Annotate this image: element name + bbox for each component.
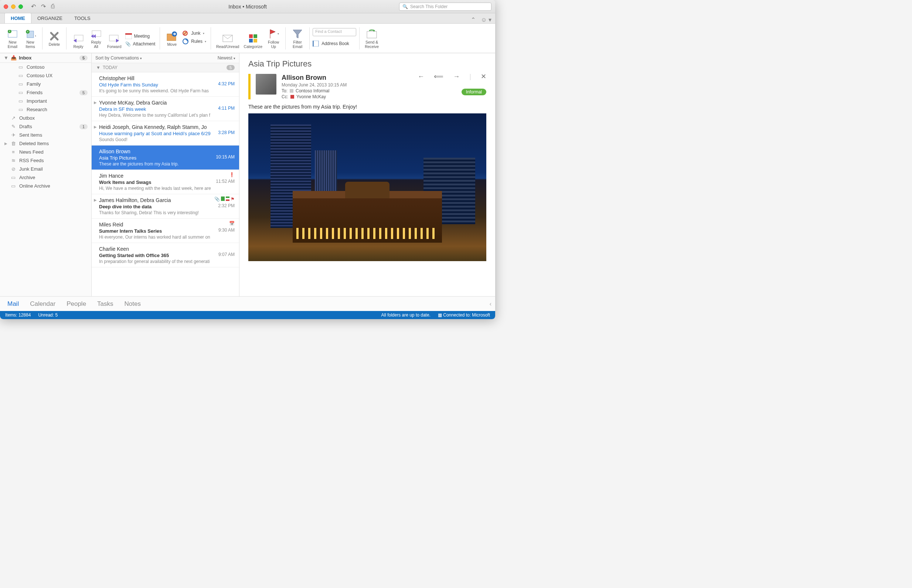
folder-icon: ↗ bbox=[10, 115, 16, 121]
sidebar-item[interactable]: ✈Sent Items bbox=[0, 131, 91, 139]
nav-notes[interactable]: Notes bbox=[125, 300, 141, 308]
emoji-icon[interactable]: ☺ ▾ bbox=[481, 16, 492, 23]
categorize-button[interactable]: Categorize bbox=[241, 31, 265, 50]
sidebar-item[interactable]: ▭Family bbox=[0, 80, 91, 88]
status-items: Items: 12884 bbox=[5, 312, 31, 318]
msg-from: Allison Brown bbox=[99, 149, 234, 154]
msg-preview: Thanks for Sharing, Debra! This is very … bbox=[99, 210, 234, 215]
follow-up-button[interactable]: ▾Follow Up bbox=[265, 27, 282, 50]
nav-expand-icon[interactable]: ‹ bbox=[490, 300, 492, 307]
msg-from: Heidi Joseph, Gina Kennedy, Ralph Stamm,… bbox=[99, 124, 234, 130]
sidebar-item[interactable]: ▭Contoso UX bbox=[0, 71, 91, 80]
ribbon-collapse-icon[interactable]: ⌃ bbox=[471, 16, 475, 23]
expand-icon[interactable]: ▶ bbox=[94, 198, 97, 202]
sort-order-button[interactable]: Newest ▾ bbox=[218, 55, 235, 61]
reader-date: Monday June 24, 2013 10:15 AM bbox=[281, 82, 486, 87]
meeting-button[interactable]: Meeting bbox=[125, 33, 155, 39]
msg-subject: Asia Trip Pictures bbox=[99, 155, 234, 161]
msg-preview: Hi, We have a meeting with the leads las… bbox=[99, 186, 234, 191]
reply-all-button[interactable]: Reply All bbox=[87, 27, 105, 50]
svg-rect-21 bbox=[249, 39, 253, 42]
junk-button[interactable]: Junk▾ bbox=[182, 30, 206, 36]
tab-home[interactable]: HOME bbox=[5, 13, 31, 23]
message-item[interactable]: Charlie Keen Getting Started with Office… bbox=[92, 243, 239, 267]
msg-preview: In preparation for general availability … bbox=[99, 259, 234, 264]
folder-icon: ▭ bbox=[18, 81, 24, 87]
nav-tasks[interactable]: Tasks bbox=[97, 300, 113, 308]
group-today[interactable]: ▼ TODAY 5 bbox=[92, 63, 239, 73]
sidebar-item[interactable]: ≡News Feed bbox=[0, 148, 91, 156]
folder-icon: ≋ bbox=[10, 158, 16, 163]
message-item[interactable]: Christopher Hill Old Hyde Farm this Sund… bbox=[92, 73, 239, 97]
forward-icon[interactable]: → bbox=[453, 73, 460, 81]
msg-time: 2:32 PM bbox=[218, 203, 234, 208]
sidebar-item[interactable]: ▭Friends5 bbox=[0, 88, 91, 97]
nav-people[interactable]: People bbox=[66, 300, 86, 308]
new-items-button[interactable]: +▾ New Items bbox=[21, 27, 39, 50]
message-item[interactable]: 📅 Miles Reid Summer Intern Talks Series … bbox=[92, 219, 239, 243]
new-email-button[interactable]: + New Email bbox=[4, 27, 21, 50]
address-book-button[interactable]: Address Book bbox=[313, 40, 356, 47]
message-item[interactable]: ▶ 📎⚑ James Halmilton, Debra Garcia Deep … bbox=[92, 194, 239, 219]
msg-preview: Hi everyone, Our interns has worked hard… bbox=[99, 234, 234, 240]
delete-button[interactable]: Delete bbox=[45, 29, 63, 48]
send-receive-button[interactable]: Send & Receive bbox=[362, 27, 381, 50]
sidebar-item[interactable]: ▶🗑Deleted Items bbox=[0, 139, 91, 148]
sidebar-item[interactable]: ▭Online Archive bbox=[0, 182, 91, 190]
sidebar-item[interactable]: ▭Research bbox=[0, 105, 91, 114]
nav-calendar[interactable]: Calendar bbox=[30, 300, 55, 308]
reader-to: Contoso Informal bbox=[296, 88, 329, 94]
sidebar-item[interactable]: ⊘Junk Email bbox=[0, 165, 91, 173]
sidebar-item[interactable]: ▭Contoso bbox=[0, 63, 91, 71]
folder-icon: ✈ bbox=[10, 132, 16, 138]
msg-from: Yvonne McKay, Debra Garcia bbox=[99, 100, 234, 106]
reply-all-icon[interactable]: ⟸ bbox=[434, 73, 443, 81]
folder-sidebar: ▼ 📥 Inbox 5 ▭Contoso▭Contoso UX▭Family▭F… bbox=[0, 53, 92, 296]
ribbon-tabs: HOME ORGANIZE TOOLS ⌃ ☺ ▾ bbox=[0, 13, 495, 24]
ribbon: + New Email +▾ New Items Delete Reply Re… bbox=[0, 24, 495, 53]
message-item[interactable]: ▶ Heidi Joseph, Gina Kennedy, Ralph Stam… bbox=[92, 121, 239, 145]
move-button[interactable]: Move bbox=[163, 29, 181, 48]
forward-button[interactable]: Forward bbox=[105, 31, 124, 50]
sidebar-item[interactable]: ▭Important bbox=[0, 97, 91, 105]
msg-from: Miles Reid bbox=[99, 221, 234, 228]
rules-button[interactable]: Rules▾ bbox=[182, 39, 206, 44]
flag-icon: ⚑ bbox=[231, 197, 234, 202]
reading-pane: Asia Trip Pictures Allison Brown Monday … bbox=[239, 53, 495, 296]
sidebar-item[interactable]: ≋RSS Feeds bbox=[0, 156, 91, 165]
svg-rect-19 bbox=[249, 34, 253, 38]
sidebar-inbox[interactable]: ▼ 📥 Inbox 5 bbox=[0, 53, 91, 63]
tab-tools[interactable]: TOOLS bbox=[68, 13, 97, 23]
filter-email-button[interactable]: Filter Email bbox=[289, 27, 306, 50]
message-item[interactable]: ❗ Jim Hance Work Items and Swags Hi, We … bbox=[92, 170, 239, 194]
attachment-button[interactable]: 📎Attachment bbox=[125, 41, 155, 47]
msg-time: 4:11 PM bbox=[218, 106, 234, 111]
message-item[interactable]: ▶ Yvonne McKay, Debra Garcia Debra in SF… bbox=[92, 97, 239, 121]
find-contact-input[interactable]: Find a Contact bbox=[313, 28, 356, 36]
msg-time: 11:52 AM bbox=[216, 179, 234, 184]
tab-organize[interactable]: ORGANIZE bbox=[31, 13, 68, 23]
delete-icon[interactable]: ✕ bbox=[481, 73, 486, 81]
reply-button[interactable]: Reply bbox=[70, 31, 87, 50]
folder-icon: ⊘ bbox=[10, 166, 16, 172]
msg-subject: Getting Started with Office 365 bbox=[99, 253, 234, 258]
message-item[interactable]: Allison Brown Asia Trip Pictures These a… bbox=[92, 145, 239, 170]
reply-icon[interactable]: ← bbox=[417, 73, 424, 81]
expand-icon[interactable]: ▶ bbox=[94, 100, 97, 105]
folder-icon: ▭ bbox=[18, 98, 24, 104]
expand-icon[interactable]: ▶ bbox=[94, 125, 97, 129]
sort-by-button[interactable]: Sort by Conversations ▾ bbox=[95, 55, 142, 61]
read-unread-button[interactable]: Read/Unread bbox=[214, 31, 241, 50]
sidebar-item[interactable]: ▭Archive bbox=[0, 173, 91, 182]
folder-icon: ▭ bbox=[10, 175, 16, 180]
svg-rect-23 bbox=[314, 40, 319, 47]
sidebar-item[interactable]: ↗Outbox bbox=[0, 114, 91, 122]
status-bar: Items: 12884 Unread: 5 All folders are u… bbox=[0, 311, 495, 319]
nav-mail[interactable]: Mail bbox=[7, 300, 19, 308]
msg-preview: It's going to be sunny this weekend. Old… bbox=[99, 88, 234, 94]
folder-icon: ▭ bbox=[18, 107, 24, 112]
sidebar-item[interactable]: ✎Drafts1 bbox=[0, 122, 91, 131]
msg-from: Charlie Keen bbox=[99, 246, 234, 252]
reader-cc: Yvonne McKay bbox=[296, 94, 326, 99]
status-sync: All folders are up to date. bbox=[382, 312, 430, 318]
